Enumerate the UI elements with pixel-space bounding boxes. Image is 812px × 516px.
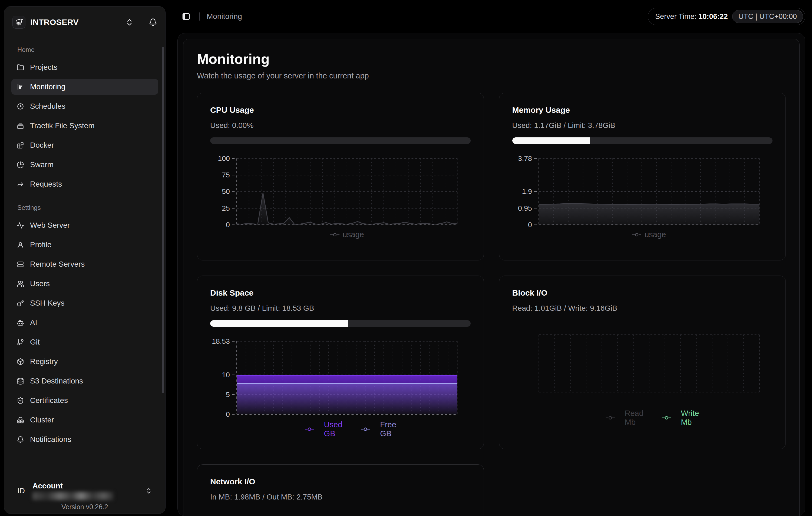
users-icon [17, 280, 24, 287]
card-memory-usage: Memory UsageUsed: 1.17GiB / Limit: 3.78G… [499, 93, 786, 260]
disk-space-stat: Used: 9.8 GB / Limit: 18.53 GB [210, 304, 471, 313]
memory-chart: 00.951.93.78usage [512, 156, 773, 239]
sidebar-item-label: Schedules [30, 102, 65, 111]
svg-text:18.53: 18.53 [212, 339, 230, 345]
blocks-icon [17, 142, 24, 149]
legend-read-mb[interactable]: Read Mb [599, 409, 643, 427]
brand-logo [12, 16, 25, 29]
sidebar-item-git[interactable]: Git [11, 334, 158, 350]
content-panel: Monitoring Watch the usage of your serve… [177, 33, 805, 516]
disk-chart: 051018.53Used GBFree GB [210, 339, 471, 438]
disk-space-title: Disk Space [210, 288, 471, 297]
sidebar-item-registry[interactable]: Registry [11, 354, 158, 369]
memory-usage-stat: Used: 1.17GiB / Limit: 3.78GiB [512, 121, 773, 130]
sidebar-toggle-button[interactable] [180, 10, 192, 23]
card-block-i-o: Block I/ORead: 1.01GiB / Write: 9.16GiBR… [499, 276, 786, 449]
svg-text:0: 0 [528, 221, 532, 229]
sidebar-item-notifications[interactable]: Notifications [11, 432, 158, 447]
sidebar-item-s3-destinations[interactable]: S3 Destinations [11, 373, 158, 389]
memory-usage-progress [512, 137, 773, 144]
card-network-i-o: Network I/OIn MB: 1.98MB / Out MB: 2.75M… [197, 464, 484, 516]
sidebar-item-traefik-file-system[interactable]: Traefik File System [11, 118, 158, 134]
org-switcher[interactable]: INTROSERV [11, 16, 158, 29]
sidebar-item-label: Requests [30, 180, 62, 189]
sidebar-item-requests[interactable]: Requests [11, 176, 158, 192]
sidebar-item-label: Web Server [30, 221, 70, 230]
bot-icon [17, 319, 24, 326]
sidebar-item-ai[interactable]: AI [11, 315, 158, 331]
sidebar-item-ssh-keys[interactable]: SSH Keys [11, 295, 158, 311]
sidebar-item-label: Certificates [30, 396, 68, 405]
memory-usage-title: Memory Usage [512, 106, 773, 115]
sidebar-item-profile[interactable]: Profile [11, 237, 158, 253]
bell-icon[interactable] [149, 18, 157, 27]
sidebar-nav: HomeProjectsMonitoringSchedulesTraefik F… [11, 46, 158, 447]
timezone-badge: UTC | UTC+00:00 [732, 10, 803, 23]
block-chart: Read MbWrite Mb [512, 332, 773, 427]
svg-text:100: 100 [218, 156, 230, 163]
sidebar-item-web-server[interactable]: Web Server [11, 218, 158, 233]
pie-chart-icon [17, 161, 24, 169]
page-subtitle: Watch the usage of your server in the cu… [197, 71, 786, 80]
svg-text:0: 0 [226, 221, 230, 229]
sidebar-item-label: Notifications [30, 435, 71, 444]
server-time-pill: Server Time: 10:06:22 UTC | UTC+00:00 [648, 8, 805, 25]
sidebar-item-label: Profile [30, 240, 51, 249]
sidebar-item-monitoring[interactable]: Monitoring [11, 79, 158, 95]
sidebar-item-cluster[interactable]: Cluster [11, 412, 158, 428]
account-email-redacted [32, 492, 114, 500]
legend-usage[interactable]: usage [632, 230, 666, 239]
sidebar-item-projects[interactable]: Projects [11, 59, 158, 75]
panel-left-icon [182, 12, 191, 21]
legend-write-mb[interactable]: Write Mb [656, 409, 699, 427]
legend-line-icon [656, 415, 677, 420]
svg-text:3.78: 3.78 [518, 156, 532, 163]
legend-free-gb[interactable]: Free GB [354, 420, 396, 438]
cpu-usage-stat: Used: 0.00% [210, 121, 471, 130]
nav-section-label: Home [11, 46, 158, 54]
legend-usage[interactable]: usage [330, 230, 364, 239]
sidebar-item-label: Docker [30, 141, 54, 149]
block-i-o-stat: Read: 1.01GiB / Write: 9.16GiB [512, 304, 773, 313]
account-name: Account [32, 482, 114, 490]
svg-text:5: 5 [226, 391, 230, 399]
package-icon [17, 358, 24, 365]
sidebar-item-schedules[interactable]: Schedules [11, 98, 158, 114]
legend-used-gb[interactable]: Used GB [298, 420, 342, 438]
legend-line-icon [298, 427, 321, 431]
brand-name: INTROSERV [30, 18, 79, 27]
account-switcher[interactable]: ID Account [11, 482, 158, 500]
bell-icon [17, 436, 24, 443]
sidebar-item-label: SSH Keys [30, 299, 65, 308]
database-icon [17, 377, 24, 385]
sidebar-item-remote-servers[interactable]: Remote Servers [11, 256, 158, 272]
chevrons-up-down-icon[interactable] [125, 18, 134, 27]
topbar-separator [199, 12, 200, 21]
server-icon [17, 261, 24, 268]
legend-line-icon [354, 427, 377, 431]
chevrons-up-down-icon [145, 487, 152, 494]
key-icon [17, 299, 24, 307]
svg-text:25: 25 [222, 204, 230, 212]
main-area: Monitoring Server Time: 10:06:22 UTC | U… [166, 0, 812, 516]
server-time-text: Server Time: 10:06:22 [655, 12, 728, 21]
svg-text:10: 10 [222, 371, 230, 379]
block-i-o-title: Block I/O [512, 288, 773, 297]
cpu-usage-title: CPU Usage [210, 106, 471, 115]
sidebar-item-swarm[interactable]: Swarm [11, 157, 158, 173]
sidebar-scrollbar[interactable] [162, 47, 164, 393]
sidebar-item-label: Traefik File System [30, 121, 95, 130]
sidebar-item-docker[interactable]: Docker [11, 137, 158, 153]
sidebar-item-users[interactable]: Users [11, 276, 158, 291]
boxes-icon [17, 417, 24, 424]
sidebar-item-certificates[interactable]: Certificates [11, 393, 158, 408]
sidebar-item-label: Monitoring [30, 83, 65, 91]
cpu-chart: 0255075100usage [210, 156, 471, 239]
folder-icon [17, 64, 24, 71]
monitoring-panel: Monitoring Watch the usage of your serve… [183, 39, 800, 516]
disk-space-progress [210, 320, 471, 327]
git-branch-icon [17, 339, 24, 346]
page-title: Monitoring [197, 51, 786, 67]
sidebar-item-label: Git [30, 338, 40, 346]
sidebar-item-label: AI [30, 318, 37, 327]
